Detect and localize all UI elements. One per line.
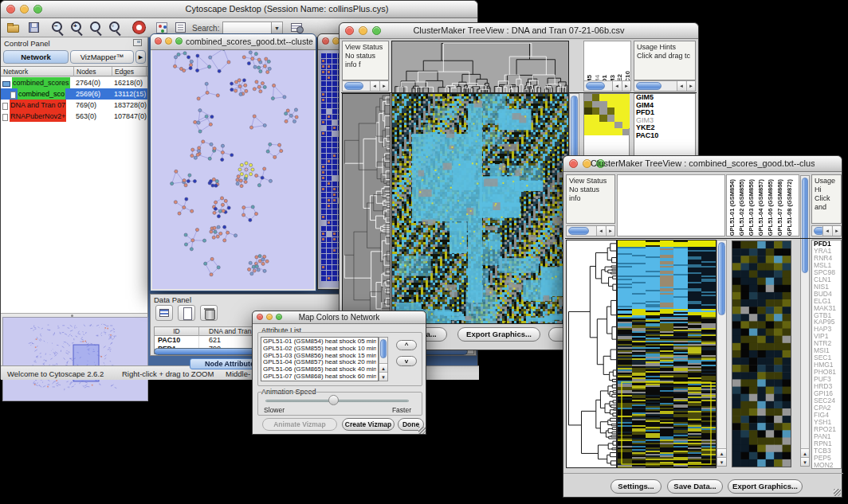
dialog-title-bar[interactable]: Map Colors to Network	[253, 311, 426, 324]
cluster-matrix-cell[interactable]	[614, 122, 622, 129]
zoom-out-icon[interactable]: −	[50, 21, 66, 35]
export-graphics-button[interactable]: Export Graphics...	[457, 327, 540, 342]
cluster-matrix-cell[interactable]	[599, 101, 607, 108]
attribute-list-item[interactable]: GPL51-04 (GSM857) heat shock 20 min	[263, 359, 376, 366]
animation-speed-slider-thumb[interactable]	[328, 395, 339, 405]
resize-grip[interactable]	[834, 489, 841, 496]
cluster-matrix-cell[interactable]	[607, 101, 615, 108]
cluster-matrix-cell[interactable]	[614, 129, 622, 136]
scrollbar-thumb[interactable]	[718, 242, 725, 315]
close-button[interactable]	[569, 159, 578, 168]
scroll-up-arrow[interactable]: ▴	[717, 448, 726, 457]
scrollbar-thumb[interactable]	[568, 227, 589, 235]
scrollbar-thumb[interactable]	[802, 178, 808, 273]
scrollbar-thumb[interactable]	[586, 82, 605, 90]
cluster-matrix-cell[interactable]	[592, 107, 600, 115]
move-down-button[interactable]: v	[396, 356, 417, 366]
array-label[interactable]: GPL51-08 (GSM872)	[786, 179, 793, 236]
cluster-matrix-cell[interactable]	[592, 94, 600, 101]
scrollbar-thumb[interactable]	[571, 96, 578, 159]
column-id[interactable]: ID	[155, 327, 199, 336]
global-heatmap[interactable]	[391, 93, 569, 324]
array-label[interactable]: GPL51-03 (GSM856)	[748, 179, 755, 236]
view-status-hscrollbar[interactable]: ◂▸	[342, 80, 389, 92]
cluster-matrix-cell[interactable]	[622, 94, 630, 101]
cluster-matrix-cell[interactable]	[584, 94, 592, 101]
cluster-matrix-cell[interactable]	[599, 107, 607, 115]
minimize-button[interactable]	[20, 5, 29, 14]
tab-network[interactable]: Network	[3, 50, 69, 64]
close-button[interactable]	[257, 314, 263, 320]
close-button[interactable]	[6, 5, 15, 14]
cluster-matrix-cell[interactable]	[584, 107, 592, 115]
cluster-matrix-cell[interactable]	[614, 107, 622, 115]
scrollbar-thumb[interactable]	[380, 339, 387, 358]
cluster-matrix-cell[interactable]	[607, 107, 615, 115]
zoom-panel-hscrollbar[interactable]: ◂▸	[583, 80, 631, 92]
cluster-matrix-cell[interactable]	[599, 122, 607, 129]
scroll-up-arrow[interactable]: ▴	[379, 363, 387, 372]
cluster-matrix-cell[interactable]	[599, 129, 607, 136]
cluster-matrix-cell[interactable]	[592, 129, 600, 136]
attribute-list[interactable]: GPL51-01 (GSM854) heat shock 05 minGPL51…	[261, 337, 379, 381]
animate-vizmap-button[interactable]: Animate Vizmap	[262, 418, 337, 431]
cluster-matrix-cell[interactable]	[614, 101, 622, 108]
scrollbar-thumb[interactable]	[344, 82, 363, 90]
scroll-down-arrow[interactable]: ▾	[801, 457, 809, 466]
cluster-matrix-cell[interactable]	[599, 94, 607, 101]
new-attribute-icon[interactable]	[178, 305, 195, 321]
export-graphics-button[interactable]: Export Graphics...	[728, 479, 803, 494]
attribute-list-item[interactable]: GPL51-03 (GSM856) heat shock 15 min	[263, 353, 376, 360]
cluster-matrix-cell[interactable]	[599, 115, 607, 122]
create-vizmap-button[interactable]: Create Vizmap	[342, 418, 395, 431]
array-label[interactable]: GPL51-06 (GSM865)	[767, 179, 774, 236]
cluster-matrix-cell[interactable]	[607, 129, 615, 136]
minimize-button[interactable]	[165, 37, 172, 45]
zoom-button[interactable]	[175, 37, 183, 45]
attribute-list-vscrollbar[interactable]: ▴▾	[379, 337, 388, 381]
column-network[interactable]: Network	[1, 67, 74, 76]
cluster-matrix-cell[interactable]	[584, 122, 592, 129]
cluster-matrix-cell[interactable]	[614, 115, 622, 122]
cluster-zoom-heatmap[interactable]	[732, 240, 791, 467]
attribute-list-item[interactable]: GPL51-06 (GSM865) heat shock 40 min	[263, 366, 376, 373]
scrollbar-thumb[interactable]	[636, 82, 662, 90]
global-heatmap[interactable]	[617, 240, 716, 468]
tab-overflow-arrow[interactable]: ▶	[135, 50, 146, 64]
cluster-matrix-cell[interactable]	[622, 129, 630, 136]
cluster-matrix-cell[interactable]	[622, 101, 630, 108]
scroll-left-arrow[interactable]: ◂	[370, 81, 379, 91]
cluster-matrix-cell[interactable]	[622, 115, 630, 122]
cluster-matrix-cell[interactable]	[584, 115, 592, 122]
scroll-right-arrow[interactable]: ▸	[606, 226, 614, 236]
array-label[interactable]: GPL51-02 (GSM855)	[738, 179, 745, 236]
zoom-selected-icon[interactable]: ▫	[108, 21, 124, 35]
array-label[interactable]: GPL51-07 (GSM868)	[776, 179, 783, 236]
cluster-matrix-cell[interactable]	[622, 122, 630, 129]
cluster-matrix-cell[interactable]	[592, 101, 600, 108]
column-edges[interactable]: Edges	[112, 67, 147, 76]
close-button[interactable]	[155, 37, 162, 45]
network-list-row[interactable]: RNAPuberNov2+563(0)107847(0)	[1, 111, 147, 122]
main-title-bar[interactable]: Cytoscape Desktop (Session Name: collins…	[1, 1, 477, 18]
cluster-matrix-cell[interactable]	[622, 107, 630, 115]
move-up-button[interactable]: ^	[396, 340, 417, 350]
cluster-matrix-cell[interactable]	[607, 94, 615, 101]
column-nodes[interactable]: Nodes	[74, 67, 112, 76]
cluster-matrix-cell[interactable]	[584, 129, 592, 136]
zoom-in-icon[interactable]: +	[69, 21, 85, 35]
tab-vizmapper[interactable]: VizMapper™	[70, 50, 134, 64]
scroll-up-arrow[interactable]: ▴	[801, 448, 809, 457]
cluster-matrix-cell[interactable]	[584, 101, 592, 108]
attribute-list-item[interactable]: GPL51-01 (GSM854) heat shock 05 min	[263, 338, 376, 346]
gene-label[interactable]: PAC10	[636, 132, 695, 140]
row-dendrogram[interactable]	[342, 93, 391, 324]
select-attributes-icon[interactable]	[155, 305, 173, 321]
network-view[interactable]	[152, 50, 314, 289]
cluster-matrix-cell[interactable]	[592, 115, 600, 122]
array-label[interactable]: GPL51-01 (GSM854)	[728, 179, 736, 236]
gene-label[interactable]: MON2	[814, 462, 841, 469]
scroll-left-arrow[interactable]: ◂	[677, 81, 685, 91]
attribute-list-item[interactable]: GPL51-07 (GSM868) heat shock 60 min	[263, 373, 376, 381]
network-list-row[interactable]: combined_scores2764(0)16218(0)	[1, 77, 147, 88]
